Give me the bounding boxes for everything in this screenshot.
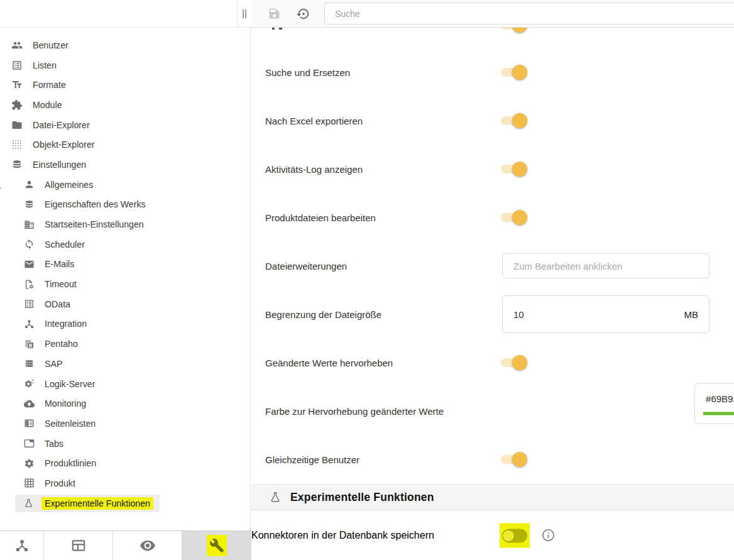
bottom-tab-preview[interactable]: [113, 531, 182, 560]
flask-icon: [23, 498, 34, 508]
sidebar-item-produktlinien[interactable]: Produktlinien: [0, 453, 250, 473]
sidebar-item-experimentelle-funktionen[interactable]: Experimentelle Funktionen: [0, 493, 250, 513]
dot-grid-icon: [11, 139, 23, 150]
section-header: Experimentelle Funktionen: [251, 484, 734, 510]
sidebar-item-label: SAP: [45, 359, 62, 369]
sidebar-item-logik-server[interactable]: Logik-Server: [0, 374, 250, 394]
app-window: ▾ Benutzer Listen Formate Module Datei-E…: [0, 0, 734, 560]
sidebar-item-monitoring[interactable]: Monitoring: [0, 393, 250, 414]
sidebar-item-allgemeines[interactable]: Allgemeines: [0, 175, 250, 195]
sidebar-item-module[interactable]: Module: [0, 95, 250, 115]
setting-row: Aktivitäts-Log anzeigen: [251, 156, 734, 182]
dateigroesse-input[interactable]: 10 MB: [502, 295, 709, 333]
toggle-aktivitaets-log[interactable]: [501, 162, 527, 177]
toggle-suche-und-ersetzen[interactable]: [501, 65, 527, 80]
sidebar-item-label: Produkt: [45, 478, 75, 488]
sidebar-header: [0, 0, 238, 28]
database-icon: [11, 159, 23, 170]
setting-row: Farbe zur Hervorhebung geänderter Werte …: [251, 398, 734, 424]
toggle-gleichzeitige-benutzer[interactable]: [501, 452, 527, 467]
sidebar-item-label: Allgemeines: [45, 180, 93, 190]
toggle-nach-excel-exportieren[interactable]: [501, 113, 527, 128]
sidebar-item-pentaho[interactable]: Pentaho: [0, 334, 250, 354]
panel-icon: [70, 537, 87, 554]
toggle-konnektoren-datenbank[interactable]: [502, 529, 527, 542]
toggle-geaenderte-werte[interactable]: [501, 355, 527, 370]
section-title: Experimentelle Funktionen: [290, 491, 434, 504]
sidebar-item-label: Module: [33, 100, 62, 110]
sidebar-item-objekt-explorer[interactable]: Objekt-Explorer: [0, 135, 250, 155]
sidebar-item-sap[interactable]: SAP: [0, 354, 250, 374]
setting-row: Produktdateien bearbeiten: [251, 205, 734, 230]
history-restore-button[interactable]: [297, 7, 310, 21]
hub-icon: [24, 319, 35, 329]
tree-expander-icon[interactable]: ▾: [0, 185, 5, 192]
sidebar-collapse-handle[interactable]: [238, 0, 251, 28]
sidebar-item-formate[interactable]: Formate: [0, 75, 250, 95]
gear-plus-icon: [24, 378, 35, 389]
search-input[interactable]: [324, 3, 734, 25]
restore-history-icon: [297, 7, 310, 21]
tutorial-highlight: [207, 535, 227, 556]
bottom-tab-layout[interactable]: [44, 531, 113, 560]
mail-icon: [24, 259, 35, 270]
color-value: #69B92D: [706, 393, 734, 404]
sidebar-item-listen[interactable]: Listen: [0, 55, 250, 75]
sidebar-item-label: Pentaho: [45, 339, 78, 349]
selected-item-pill: Experimentelle Funktionen: [15, 495, 160, 512]
input-value: 10: [513, 309, 524, 320]
puzzle-icon: [11, 99, 23, 111]
list-icon: [24, 299, 35, 309]
content-toolbar: [251, 0, 734, 28]
building-icon: [24, 219, 35, 230]
database-icon: [24, 199, 35, 210]
clipped-toggle[interactable]: [501, 28, 527, 33]
sidebar-item-datei-explorer[interactable]: Datei-Explorer: [0, 115, 250, 135]
dateierweiterungen-input[interactable]: Zum Bearbeiten anklicken: [502, 253, 709, 278]
bottom-tab-settings[interactable]: [182, 531, 251, 560]
sidebar-item-scheduler[interactable]: Scheduler: [0, 234, 250, 255]
sidebar-item-label: Seitenleisten: [45, 419, 96, 429]
file-gear-icon: [24, 279, 35, 290]
info-icon: [541, 528, 556, 542]
sidebar-item-label: Logik-Server: [45, 379, 95, 389]
sidebar-item-label: Listen: [33, 60, 57, 70]
hervorhebung-farbe-input[interactable]: #69B92D: [694, 383, 734, 424]
sidebar-item-tabs[interactable]: Tabs: [0, 434, 250, 454]
grid-icon: [24, 478, 35, 488]
users-icon: [11, 40, 23, 51]
setting-label: Dateierweiterungen: [251, 261, 347, 272]
eye-icon: [140, 537, 156, 554]
sidebar-item-startseiten-einstellungen[interactable]: Startseiten-Einstellungen: [0, 214, 250, 234]
sidebar-item-integration[interactable]: Integration: [0, 314, 250, 334]
settings-panel: Suche und Ersetzen Nach Excel exportiere…: [251, 28, 734, 560]
sidebar-item-timeout[interactable]: Timeout: [0, 274, 250, 294]
setting-row: Dateierweiterungen Zum Bearbeiten anklic…: [251, 253, 734, 278]
sidebar-item-produkt[interactable]: Produkt: [0, 473, 250, 493]
sidebar-item-label: Produktlinien: [45, 458, 96, 468]
setting-label: Farbe zur Hervorhebung geänderter Werte: [251, 406, 444, 417]
sidebar-item-eigenschaften-des-werks[interactable]: Eigenschaften des Werks: [0, 195, 250, 215]
sidebar-item-benutzer[interactable]: Benutzer: [0, 35, 250, 55]
sidebar-item-label: OData: [45, 299, 70, 309]
save-button[interactable]: [267, 7, 281, 21]
setting-row: Gleichzeitige Benutzer: [251, 447, 734, 472]
sidebar-item-label: Startseiten-Einstellungen: [45, 219, 144, 229]
layers-calculator-icon: [24, 339, 35, 349]
setting-row: Geänderte Werte hervorheben: [251, 350, 734, 375]
toggle-produktdateien-bearbeiten[interactable]: [501, 210, 527, 225]
setting-row: Konnektoren in der Datenbank speichern: [251, 522, 734, 549]
sidebar-item-einstellungen[interactable]: Einstellungen: [0, 155, 250, 175]
top-bar: [0, 0, 734, 28]
bottom-tab-connections[interactable]: [0, 531, 44, 560]
folder-icon: [11, 119, 23, 131]
sidebar-item-emails[interactable]: E-Mails: [0, 255, 250, 275]
sidebar-item-label: Eigenschaften des Werks: [45, 199, 146, 209]
tutorial-highlight: [500, 524, 530, 548]
wrench-icon: [209, 538, 224, 553]
setting-label: Aktivitäts-Log anzeigen: [251, 164, 363, 175]
sidebar-nav: ▾ Benutzer Listen Formate Module Datei-E…: [0, 28, 251, 531]
sidebar-item-seitenleisten[interactable]: Seitenleisten: [0, 414, 250, 434]
info-button[interactable]: [540, 528, 556, 543]
sidebar-item-odata[interactable]: OData: [0, 294, 250, 314]
